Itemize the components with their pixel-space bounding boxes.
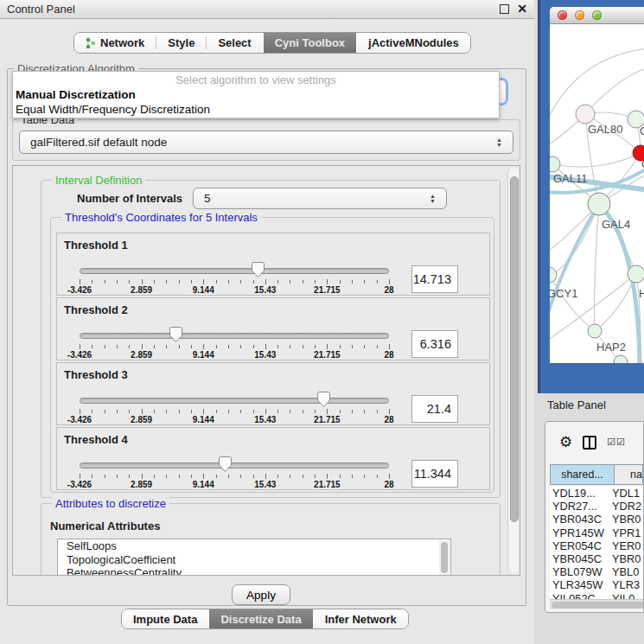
- dropdown-option-equal-width[interactable]: Equal Width/Frequency Discretization: [16, 103, 210, 116]
- tab-discretize-data[interactable]: Discretize Data: [209, 609, 312, 628]
- table-row[interactable]: YBL079WYBL0: [550, 565, 643, 578]
- attribute-list-item[interactable]: TopologicalCoefficient: [58, 553, 450, 567]
- tick-label: 21.715: [314, 415, 341, 424]
- threshold-slider-track[interactable]: [80, 398, 389, 404]
- tick-label: 21.715: [314, 350, 341, 360]
- cell-shared-name[interactable]: YER054C: [550, 539, 612, 552]
- tab-impute-data[interactable]: Impute Data: [122, 609, 208, 628]
- cell-shared-name[interactable]: YBR045C: [550, 552, 612, 565]
- tab-label: Style: [168, 36, 194, 49]
- tab-select[interactable]: Select: [207, 33, 262, 53]
- top-tab-strip: NetworkStyleSelectCyni ToolboxjActiveMNo…: [73, 32, 471, 54]
- slider-tick: [166, 475, 167, 478]
- tab-style[interactable]: Style: [156, 33, 206, 53]
- tab-infer-network[interactable]: Infer Network: [314, 609, 408, 628]
- cell-shared-name[interactable]: YBR043C: [550, 513, 612, 526]
- node-label: HAP2: [596, 341, 626, 354]
- threshold-slider-track[interactable]: [80, 462, 389, 469]
- scrollbar-thumb[interactable]: [552, 602, 644, 609]
- node-label: GA: [640, 124, 644, 137]
- slider-tick: [154, 410, 155, 413]
- table-row[interactable]: YBR043CYBR0: [550, 513, 643, 526]
- threshold-value-field[interactable]: 14.713: [411, 265, 458, 293]
- network-edge[interactable]: [552, 153, 641, 167]
- cell-name[interactable]: YBR0: [612, 552, 643, 565]
- network-edge[interactable]: [585, 67, 644, 114]
- column-header-name[interactable]: na: [615, 465, 642, 484]
- cell-shared-name[interactable]: YPR145W: [550, 526, 612, 539]
- cell-shared-name[interactable]: YLR345W: [550, 578, 612, 591]
- dropdown-option-manual[interactable]: Manual Discretization: [16, 88, 136, 101]
- attribute-list-item[interactable]: SelfLoops: [58, 539, 450, 553]
- slider-tick: [253, 280, 254, 284]
- cell-shared-name[interactable]: YDR27...: [550, 500, 612, 513]
- table-row[interactable]: YPR145WYPR1: [550, 526, 643, 539]
- attributes-group: Attributes to discretize Numerical Attri…: [41, 503, 501, 576]
- apply-button[interactable]: Apply: [232, 584, 290, 605]
- threshold-panel-2: Threshold 2-3.4262.8599.14415.4321.71528…: [56, 297, 490, 360]
- numerical-attributes-list[interactable]: SelfLoopsTopologicalCoefficientBetweenne…: [57, 539, 451, 576]
- cell-shared-name[interactable]: YBL079W: [550, 565, 612, 578]
- slider-tick: [191, 345, 192, 348]
- scrollbar-thumb[interactable]: [441, 542, 448, 573]
- slider-tick: [377, 410, 378, 413]
- network-canvas[interactable]: GAL80GACGAL11GAL4GCY1HAHAP2: [550, 24, 644, 363]
- threshold-slider-track[interactable]: [80, 333, 389, 339]
- table-row[interactable]: YLR345WYLR3: [550, 578, 643, 591]
- cell-name[interactable]: YDR2: [612, 500, 643, 513]
- threshold-value-field[interactable]: 11.344: [411, 460, 458, 488]
- mac-zoom-button[interactable]: [592, 10, 602, 20]
- cell-name[interactable]: YER0: [612, 539, 643, 552]
- table-row[interactable]: YBR045CYBR0: [550, 552, 643, 565]
- slider-tick: [290, 410, 290, 413]
- GCY1-node[interactable]: [550, 267, 557, 283]
- mac-close-button[interactable]: [558, 10, 567, 20]
- attributes-list-scrollbar[interactable]: [439, 540, 450, 576]
- cell-shared-name[interactable]: YDL19...: [550, 487, 612, 500]
- threshold-slider-thumb[interactable]: [218, 456, 233, 473]
- table-row[interactable]: YER054CYER0: [550, 539, 643, 552]
- tab-jactivemnodules[interactable]: jActiveMNodules: [357, 33, 470, 53]
- table-row[interactable]: YDL19...YDL1: [550, 487, 643, 500]
- HAP2-node[interactable]: [588, 324, 602, 338]
- cell-name[interactable]: YLR3: [612, 578, 643, 591]
- GAL4-node[interactable]: [588, 193, 610, 215]
- split-columns-icon[interactable]: [583, 436, 596, 450]
- cell-name[interactable]: YBR0: [612, 513, 643, 526]
- table-horizontal-scrollbar[interactable]: [550, 599, 643, 609]
- GAL80-node[interactable]: [576, 105, 595, 124]
- tab-network[interactable]: Network: [74, 33, 156, 53]
- table-row[interactable]: YDR27...YDR2: [550, 500, 643, 513]
- column-header-shared[interactable]: shared...: [551, 465, 615, 484]
- number-of-intervals-spinner[interactable]: 5 ▲▼: [193, 188, 447, 209]
- close-icon[interactable]: ✕: [517, 4, 527, 14]
- tab-cyni-toolbox[interactable]: Cyni Toolbox: [264, 33, 356, 53]
- attributes-group-title: Attributes to discretize: [52, 497, 169, 510]
- table-data-combobox[interactable]: galFiltered.sif default node ▲▼: [19, 131, 513, 154]
- cell-name[interactable]: YBL0: [612, 565, 643, 578]
- threshold-slider-thumb[interactable]: [169, 326, 183, 343]
- scrollbar-thumb[interactable]: [510, 176, 519, 522]
- slider-tick: [191, 280, 192, 284]
- checkboxes-icon[interactable]: ☑☑: [607, 437, 626, 448]
- algorithm-dropdown-popup: Select algorithm to view settings Manual…: [12, 71, 500, 118]
- network-edge[interactable]: [595, 204, 599, 331]
- threshold-slider-track[interactable]: [80, 268, 389, 274]
- attribute-list-item[interactable]: BetweennessCentrality: [58, 566, 450, 576]
- gear-icon[interactable]: ⚙: [559, 435, 572, 450]
- threshold-value-field[interactable]: 6.316: [411, 330, 458, 358]
- threshold-value-field[interactable]: 21.4: [411, 395, 458, 423]
- mac-minimize-button[interactable]: [575, 10, 584, 20]
- network-icon: [86, 37, 96, 49]
- threshold-slider-thumb[interactable]: [251, 261, 265, 278]
- tick-label: 2.859: [131, 480, 152, 489]
- network-edge[interactable]: [595, 274, 636, 331]
- tick-label: 2.859: [131, 415, 152, 424]
- cell-name[interactable]: YPR1: [612, 526, 643, 539]
- slider-tick: [179, 475, 180, 478]
- H-node[interactable]: [628, 265, 644, 283]
- cell-name[interactable]: YDL1: [612, 487, 643, 500]
- float-window-icon[interactable]: [500, 4, 509, 14]
- threshold-slider-thumb[interactable]: [316, 391, 331, 408]
- settings-vertical-scrollbar[interactable]: [507, 168, 519, 573]
